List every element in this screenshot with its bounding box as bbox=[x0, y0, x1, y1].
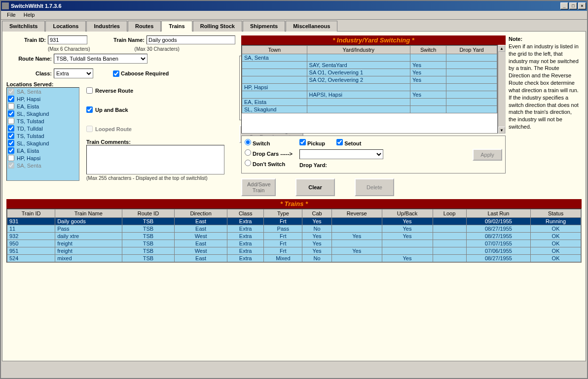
train-name-input[interactable] bbox=[147, 35, 235, 44]
switching-grid[interactable]: TownYard/IndustrySwitchDrop YardSA, Sent… bbox=[241, 45, 498, 134]
switching-row[interactable]: SA O1, Overlevering 1Yes bbox=[242, 69, 497, 76]
app-icon bbox=[2, 2, 9, 9]
class-select[interactable]: Extra bbox=[54, 69, 93, 78]
drop-cars-radio[interactable] bbox=[245, 149, 251, 156]
menu-help[interactable]: Help bbox=[21, 12, 38, 18]
reverse-route-label: Reverse Route bbox=[95, 88, 133, 94]
trains-col-header[interactable]: Loop bbox=[433, 209, 466, 218]
trains-row[interactable]: 951freightTSBWestExtraFrtYesYes07/06/195… bbox=[7, 247, 581, 255]
trains-cell bbox=[331, 255, 382, 262]
close-button[interactable]: × bbox=[578, 2, 586, 9]
switch-radio[interactable] bbox=[245, 139, 251, 145]
location-checkbox[interactable] bbox=[8, 110, 14, 117]
switching-row[interactable]: SA O2, Overlevering 2Yes bbox=[242, 76, 497, 84]
trains-cell: OK bbox=[531, 240, 581, 247]
location-item[interactable]: TD, Tulldal bbox=[7, 125, 79, 132]
location-item[interactable]: SL, Skaglund bbox=[7, 110, 79, 117]
trains-cell: Yes bbox=[302, 240, 331, 247]
route-name-select[interactable]: TSB, Tuldall Senta Banen bbox=[54, 54, 147, 64]
location-checkbox[interactable] bbox=[8, 133, 14, 139]
train-comments-textarea[interactable] bbox=[86, 145, 224, 174]
up-and-back-checkbox[interactable] bbox=[86, 106, 93, 113]
clear-button[interactable]: Clear bbox=[295, 178, 335, 196]
location-checkbox[interactable] bbox=[8, 125, 14, 132]
trains-grid-header: * Trains * bbox=[6, 199, 582, 208]
trains-col-header[interactable]: Cab bbox=[302, 209, 331, 218]
reverse-route-checkbox[interactable] bbox=[86, 87, 93, 94]
switching-row[interactable]: SL, Skaglund bbox=[242, 106, 497, 113]
tab-locations[interactable]: Locations bbox=[45, 21, 86, 32]
trains-col-header[interactable]: Reverse bbox=[331, 209, 382, 218]
locations-listbox[interactable]: SA, SentaHP, HapsiEA, EistaSL, SkaglundT… bbox=[6, 87, 79, 181]
trains-cell: TSB bbox=[122, 225, 175, 233]
tab-switchlists[interactable]: Switchlists bbox=[2, 21, 45, 32]
switching-scrollbar[interactable]: ▲ ▼ bbox=[498, 45, 506, 134]
minimize-button[interactable]: _ bbox=[560, 2, 568, 9]
scroll-down-icon[interactable]: ▼ bbox=[498, 127, 505, 134]
menu-file[interactable]: File bbox=[4, 12, 19, 18]
trains-col-header[interactable]: Train Name bbox=[55, 209, 122, 218]
trains-cell: No bbox=[302, 255, 331, 262]
trains-col-header[interactable]: Class bbox=[227, 209, 263, 218]
trains-row[interactable]: 931Daily goodsTSBEastExtraFrtYesYes09/02… bbox=[7, 218, 581, 225]
tab-shipments[interactable]: Shipments bbox=[243, 21, 285, 32]
tab-miscellaneous[interactable]: Miscellaneous bbox=[286, 21, 337, 32]
trains-row[interactable]: 932daily xtreTSBWestExtraFrtYesYesYes08/… bbox=[7, 233, 581, 240]
location-checkbox[interactable] bbox=[8, 140, 14, 146]
trains-col-header[interactable]: Train ID bbox=[7, 209, 55, 218]
scroll-up-icon[interactable]: ▲ bbox=[498, 45, 505, 52]
trains-cell: West bbox=[175, 247, 227, 255]
tab-trains[interactable]: Trains bbox=[161, 21, 192, 32]
trains-col-header[interactable]: Last Run bbox=[466, 209, 530, 218]
location-checkbox[interactable] bbox=[8, 118, 14, 124]
location-item[interactable]: EA, Eista bbox=[7, 147, 79, 154]
tab-routes[interactable]: Routes bbox=[128, 21, 161, 32]
location-checkbox[interactable] bbox=[8, 155, 14, 161]
switching-row[interactable]: HAPSI, HapsiYes bbox=[242, 91, 497, 99]
pickup-checkbox[interactable] bbox=[299, 139, 306, 145]
location-item[interactable]: TS, Tulstad bbox=[7, 117, 79, 125]
trains-col-header[interactable]: Status bbox=[531, 209, 581, 218]
train-id-input[interactable] bbox=[48, 35, 87, 44]
location-checkbox[interactable] bbox=[8, 103, 14, 109]
location-label: EA, Eista bbox=[17, 103, 39, 109]
location-item[interactable]: SA, Senta bbox=[7, 162, 79, 169]
switching-row[interactable]: HP, Hapsi bbox=[242, 84, 497, 91]
trains-cell: OK bbox=[531, 225, 581, 233]
trains-col-header[interactable]: Type bbox=[264, 209, 302, 218]
trains-col-header[interactable]: Route ID bbox=[122, 209, 175, 218]
main-panel: Train ID: Train Name: (Max 6 Characters)… bbox=[2, 31, 586, 361]
setout-checkbox[interactable] bbox=[336, 139, 343, 145]
location-item[interactable]: SL, Skaglund bbox=[7, 139, 79, 147]
trains-col-header[interactable]: Up/Back bbox=[382, 209, 433, 218]
trains-col-header[interactable]: Direction bbox=[175, 209, 227, 218]
add-save-train-button[interactable]: Add/Save Train bbox=[241, 178, 276, 196]
trains-cell bbox=[433, 225, 466, 233]
trains-row[interactable]: 950freightTSBEastExtraFrtYes07/07/1955OK bbox=[7, 240, 581, 247]
location-item[interactable]: TS, Tulstad bbox=[7, 132, 79, 139]
maximize-button[interactable]: □ bbox=[569, 2, 577, 9]
trains-cell: Yes bbox=[302, 218, 331, 225]
switching-row[interactable]: SAY, SentaYardYes bbox=[242, 62, 497, 69]
trains-cell: 08/27/1955 bbox=[466, 225, 530, 233]
location-item[interactable]: HP, Hapsi bbox=[7, 154, 79, 162]
location-item[interactable]: HP, Hapsi bbox=[7, 95, 79, 103]
trains-cell: Yes bbox=[331, 247, 382, 255]
switching-row[interactable]: SA, Senta bbox=[242, 54, 497, 62]
location-item[interactable]: SA, Senta bbox=[7, 88, 79, 95]
dont-switch-radio[interactable] bbox=[245, 160, 251, 166]
caboose-checkbox[interactable] bbox=[113, 70, 119, 77]
drop-select[interactable] bbox=[299, 149, 383, 159]
trains-cell: Pass bbox=[55, 225, 122, 233]
tab-rolling-stock[interactable]: Rolling Stock bbox=[193, 21, 242, 32]
trains-cell: 932 bbox=[7, 233, 55, 240]
trains-row[interactable]: 524mixedTSBEastExtraMixedNoYes08/27/1955… bbox=[7, 255, 581, 262]
trains-grid[interactable]: Train IDTrain NameRoute IDDirectionClass… bbox=[6, 208, 582, 263]
location-checkbox[interactable] bbox=[8, 147, 14, 154]
location-item[interactable]: EA, Eista bbox=[7, 103, 79, 110]
trains-cell: East bbox=[175, 225, 227, 233]
trains-row[interactable]: 11PassTSBEastExtraPassNoYes08/27/1955OK bbox=[7, 225, 581, 233]
switching-row[interactable]: EA, Eista bbox=[242, 99, 497, 106]
location-checkbox[interactable] bbox=[8, 96, 14, 102]
tab-industries[interactable]: Industries bbox=[86, 21, 127, 32]
